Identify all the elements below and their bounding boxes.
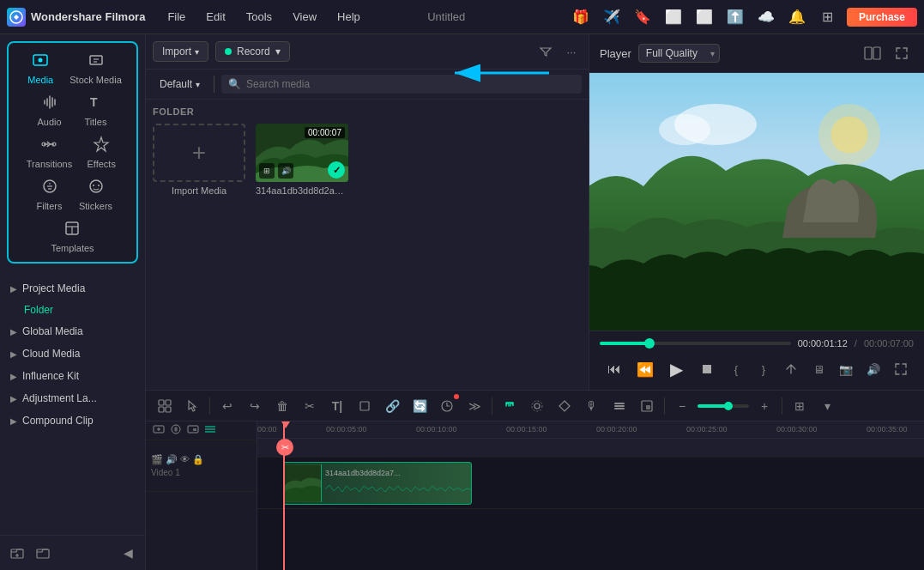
record-dot xyxy=(225,48,232,55)
clip-color-button[interactable] xyxy=(553,394,577,418)
tab-templates[interactable]: Templates xyxy=(45,216,99,257)
mark-out-button[interactable]: } xyxy=(752,357,776,381)
menu-view[interactable]: View xyxy=(284,7,325,27)
search-input[interactable] xyxy=(246,78,575,90)
magnet-button[interactable] xyxy=(498,394,522,418)
filter-icon[interactable] xyxy=(535,41,556,62)
bell-icon[interactable]: 🔔 xyxy=(785,5,809,29)
import-thumb[interactable]: + xyxy=(153,124,245,182)
track-audio-icon[interactable]: 🔊 xyxy=(166,454,178,465)
gift-icon[interactable]: 🎁 xyxy=(569,5,593,29)
screenshot-button[interactable]: 📷 xyxy=(834,357,858,381)
tab-transitions[interactable]: Transitions xyxy=(21,132,77,173)
delete-button[interactable]: 🗑 xyxy=(270,394,294,418)
cloud-icon[interactable]: ☁️ xyxy=(754,5,778,29)
default-dropdown[interactable]: Default ▾ xyxy=(153,75,207,94)
video-clip-item[interactable]: 00:00:07 ⊞ 🔊 ✓ 314aa1db3dd8d2a764... xyxy=(256,124,348,196)
link-button[interactable]: 🔗 xyxy=(380,394,404,418)
video-clip[interactable]: 314aa1db3dd8d2a7... xyxy=(283,462,472,505)
upload-icon[interactable]: ⬆️ xyxy=(723,5,747,29)
add-pip-track-icon[interactable] xyxy=(187,423,199,438)
quality-select[interactable]: Full Quality 1/2 Quality 1/4 Quality xyxy=(638,44,720,63)
text-tool-button[interactable]: T| xyxy=(325,394,349,418)
sidebar-item-influence-kit[interactable]: ▶ Influence Kit xyxy=(0,365,145,387)
undo-button[interactable]: ↩ xyxy=(215,394,239,418)
sidebar-item-adjustment[interactable]: ▶ Adjustment La... xyxy=(0,387,145,409)
track-eye-icon[interactable]: 👁 xyxy=(180,454,190,465)
menu-edit[interactable]: Edit xyxy=(197,7,233,27)
tab-titles[interactable]: T Titles xyxy=(74,90,118,130)
app-logo-icon xyxy=(7,8,26,27)
share-icon[interactable]: ✈️ xyxy=(600,5,624,29)
progress-bar[interactable] xyxy=(600,342,791,345)
progress-fill xyxy=(600,342,649,345)
import-media-item[interactable]: + Import Media xyxy=(153,124,245,196)
import-button[interactable]: Import ▾ xyxy=(153,41,208,62)
volume-button[interactable]: 🔊 xyxy=(861,357,885,381)
view-grid-button[interactable]: ⊞ xyxy=(788,394,812,418)
tab-media[interactable]: Media xyxy=(18,48,63,88)
track-lock-icon[interactable]: 🔒 xyxy=(192,454,204,465)
menu-help[interactable]: Help xyxy=(329,7,369,27)
play-button[interactable]: ▶ xyxy=(662,355,690,383)
prev-frame-button[interactable]: ⏪ xyxy=(631,355,659,383)
track-camera-icon[interactable]: 🎬 xyxy=(151,454,163,465)
split-view-icon[interactable] xyxy=(861,41,885,65)
fullscreen-icon[interactable] xyxy=(890,41,914,65)
bookmark-icon[interactable]: 🔖 xyxy=(631,5,655,29)
sidebar-item-folder[interactable]: Folder xyxy=(0,300,145,320)
audio-icon xyxy=(41,94,58,115)
tab-stickers[interactable]: Stickers xyxy=(74,174,118,215)
menu-file[interactable]: File xyxy=(159,7,194,27)
sidebar-bottom: ◀ xyxy=(0,535,145,570)
sidebar-item-cloud-media[interactable]: ▶ Cloud Media xyxy=(0,343,145,365)
export-frame-button[interactable] xyxy=(779,357,803,381)
sidebar-item-compound-clip[interactable]: ▶ Compound Clip xyxy=(0,409,145,432)
mark-in-button[interactable]: { xyxy=(724,357,748,381)
stop-button[interactable]: ⏹ xyxy=(693,355,721,383)
record-button[interactable]: Record ▾ xyxy=(215,41,290,62)
search-icon: 🔍 xyxy=(228,78,241,90)
loop-button[interactable]: 🔄 xyxy=(408,394,432,418)
zoom-out-button[interactable]: − xyxy=(670,394,694,418)
purchase-button[interactable]: Purchase xyxy=(847,8,917,27)
new-folder-button[interactable] xyxy=(33,543,53,563)
more-tl-button[interactable]: ≫ xyxy=(462,394,486,418)
rewind-button[interactable]: ⏮ xyxy=(601,355,628,383)
cut-button[interactable]: ✂ xyxy=(298,394,322,418)
add-video-track-icon[interactable] xyxy=(153,423,165,438)
track-headers: 🎬 🔊 👁 🔒 Video 1 xyxy=(146,421,257,570)
timeline-layout-button[interactable] xyxy=(153,394,177,418)
crop-button[interactable] xyxy=(353,394,377,418)
fit-button[interactable] xyxy=(889,357,913,381)
tab-effects[interactable]: Effects xyxy=(79,132,124,173)
tab-stock[interactable]: Stock Media xyxy=(64,48,127,88)
tab-filters[interactable]: Filters xyxy=(27,174,72,215)
ripple-button[interactable] xyxy=(525,394,549,418)
more-options-icon[interactable]: ··· xyxy=(561,41,582,62)
window-icon1[interactable]: ⬜ xyxy=(661,5,685,29)
timeline-settings-button[interactable] xyxy=(607,394,631,418)
global-media-arrow: ▶ xyxy=(10,327,17,337)
redo-button[interactable]: ↪ xyxy=(243,394,267,418)
video-thumb: 00:00:07 ⊞ 🔊 ✓ xyxy=(256,124,348,182)
speed-button[interactable] xyxy=(435,394,459,418)
pip-button[interactable] xyxy=(635,394,659,418)
add-folder-button[interactable] xyxy=(7,543,27,563)
select-tool-button[interactable] xyxy=(180,394,204,418)
sidebar-item-global-media[interactable]: ▶ Global Media xyxy=(0,320,145,343)
window-icon2[interactable]: ⬜ xyxy=(692,5,716,29)
zoom-slider[interactable] xyxy=(698,404,749,408)
zoom-in-button[interactable]: + xyxy=(752,394,776,418)
tab-audio[interactable]: Audio xyxy=(27,90,72,130)
collapse-sidebar-button[interactable]: ◀ xyxy=(118,543,138,563)
split-track-icon[interactable] xyxy=(204,423,216,438)
grid-icon[interactable]: ⊞ xyxy=(816,5,840,29)
sidebar-item-project-media[interactable]: ▶ Project Media xyxy=(0,277,145,300)
add-audio-track-icon[interactable] xyxy=(170,423,182,438)
screen-button[interactable]: 🖥 xyxy=(806,357,830,381)
view-options-button[interactable]: ▾ xyxy=(815,394,839,418)
svg-point-9 xyxy=(93,185,94,186)
audio-track-button[interactable]: 🎙 xyxy=(580,394,604,418)
menu-tools[interactable]: Tools xyxy=(238,7,281,27)
